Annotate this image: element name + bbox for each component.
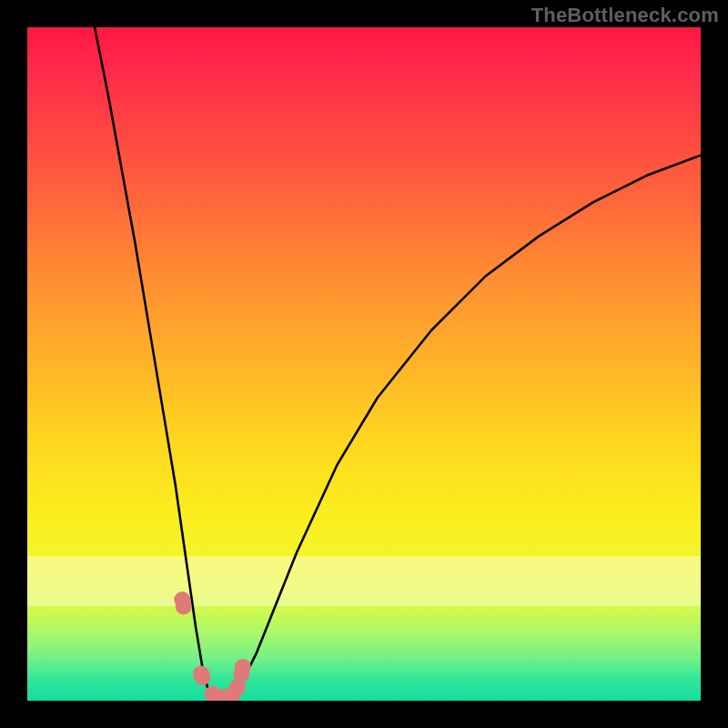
marker-dots-group xyxy=(174,592,251,701)
chart-svg xyxy=(27,27,701,701)
marker-dot xyxy=(176,598,192,614)
chart-frame: TheBottleneck.com xyxy=(0,0,728,728)
watermark-text: TheBottleneck.com xyxy=(531,4,719,27)
marker-dot xyxy=(235,659,251,675)
plot-area xyxy=(27,27,701,701)
marker-dot xyxy=(194,669,210,685)
